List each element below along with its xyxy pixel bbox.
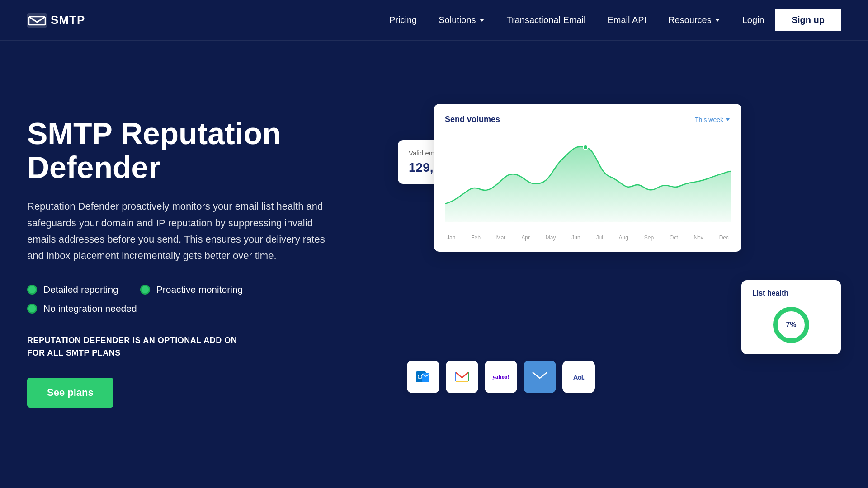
nav-item-pricing[interactable]: Pricing: [389, 15, 417, 25]
feature-proactive-monitoring: Proactive monitoring: [140, 284, 243, 295]
login-link[interactable]: Login: [742, 15, 764, 25]
feature-no-integration: No integration needed: [27, 303, 137, 314]
chart-area: [445, 131, 731, 231]
svg-marker-6: [715, 19, 720, 22]
svg-point-13: [419, 375, 422, 379]
nav-item-resources[interactable]: Resources: [668, 15, 721, 25]
bullet-dot-3: [27, 304, 37, 314]
hero-content: SMTP Reputation Defender Reputation Defe…: [27, 117, 362, 408]
svg-rect-14: [532, 371, 548, 383]
logo-icon: [27, 13, 47, 28]
yahoo-icon: yahoo!: [485, 361, 517, 393]
send-volumes-card: Send volumes This week: [434, 104, 741, 252]
chart-months: Jan Feb Mar Apr May Jun Jul Aug Sep Oct …: [445, 235, 731, 241]
mail-icon: [524, 361, 556, 393]
logo[interactable]: SMTP: [27, 13, 85, 28]
svg-marker-7: [726, 118, 730, 121]
logo-text: SMTP: [51, 13, 85, 27]
nav-item-solutions[interactable]: Solutions: [439, 15, 485, 25]
feature-list: Detailed reporting Proactive monitoring …: [27, 284, 362, 314]
donut-percent-label: 7%: [786, 321, 796, 329]
chevron-down-icon-2: [714, 17, 721, 23]
chevron-down-icon: [479, 17, 485, 23]
page-title: SMTP Reputation Defender: [27, 117, 362, 184]
gmail-icon: [446, 361, 478, 393]
outlook-icon: [407, 361, 439, 393]
nav-item-transactional-email[interactable]: Transactional Email: [507, 15, 586, 25]
signup-button[interactable]: Sign up: [775, 9, 841, 31]
addon-text: REPUTATION DEFENDER IS AN OPTIONAL ADD O…: [27, 334, 362, 360]
list-health-card: List health 7%: [741, 280, 841, 354]
bullet-dot: [27, 285, 37, 295]
feature-detailed-reporting: Detailed reporting: [27, 284, 118, 295]
feature-row-2: No integration needed: [27, 303, 362, 314]
send-volumes-chart: [445, 131, 731, 231]
svg-marker-5: [480, 19, 484, 22]
nav-item-email-api[interactable]: Email API: [607, 15, 646, 25]
nav-links: Pricing Solutions Transactional Email Em…: [389, 15, 721, 25]
send-volumes-title: Send volumes: [445, 115, 500, 124]
donut-chart: 7%: [771, 305, 811, 345]
list-health-title: List health: [752, 289, 830, 297]
dashboard-visuals: Valid emails 129,850 ▲ 15% Send volumes …: [398, 104, 841, 420]
bullet-dot-2: [140, 285, 150, 295]
card-header: Send volumes This week: [445, 115, 731, 124]
hero-section: SMTP Reputation Defender Reputation Defe…: [0, 41, 868, 474]
chart-highlight-dot: [583, 145, 588, 150]
navbar: SMTP Pricing Solutions Transactional Ema…: [0, 0, 868, 41]
email-providers-row: yahoo! Aol.: [407, 361, 595, 393]
send-volumes-filter[interactable]: This week: [695, 116, 731, 123]
feature-row-1: Detailed reporting Proactive monitoring: [27, 284, 362, 295]
aol-icon: Aol.: [562, 361, 595, 393]
hero-description: Reputation Defender proactively monitors…: [27, 198, 335, 264]
filter-chevron-icon: [725, 117, 731, 122]
see-plans-button[interactable]: See plans: [27, 378, 113, 408]
